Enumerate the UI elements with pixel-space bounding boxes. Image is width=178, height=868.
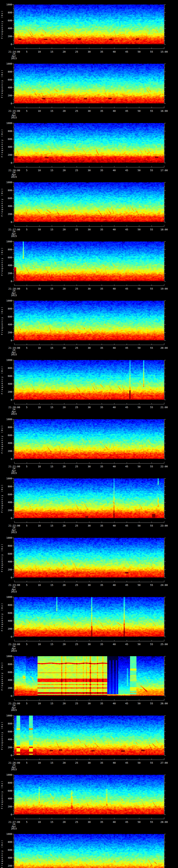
- x-tick-label: 45: [123, 643, 130, 646]
- x-tick-label: 30: [86, 347, 93, 349]
- y-minor-tick-right: [165, 609, 165, 609]
- date-line: 2015: [5, 709, 23, 711]
- x-tick: [64, 284, 64, 286]
- y-major-tick-right: [165, 494, 166, 495]
- x-tick-label: 40: [111, 228, 118, 231]
- y-tick-label: 1000: [4, 714, 12, 717]
- y-minor-tick-right: [165, 253, 165, 254]
- x-tick-label: 15: [48, 51, 55, 53]
- x-tick-label: 40: [111, 702, 118, 705]
- y-tick-label: 200: [4, 331, 12, 334]
- y-tick-label: 0: [4, 162, 12, 164]
- x-tick-label: 50: [136, 821, 143, 823]
- x-tick-label: 50: [136, 524, 143, 527]
- y-major-tick-right: [165, 80, 166, 80]
- spectrogram-panel-21-22-00: Frequency (Hz)0200400600800100021:22:005…: [0, 474, 178, 533]
- x-tick: [14, 343, 14, 345]
- y-tick-label: 400: [4, 560, 12, 563]
- x-tick-label: 20: [60, 51, 68, 53]
- y-major-tick: [12, 538, 14, 538]
- x-tick-label: 25: [73, 762, 80, 764]
- x-tick: [14, 699, 14, 700]
- y-minor-tick-right: [165, 202, 165, 203]
- y-major-tick-right: [165, 123, 166, 123]
- spectrogram-canvas: [14, 656, 164, 696]
- x-axis-line: [14, 819, 164, 819]
- x-tick: [64, 225, 64, 226]
- x-tick: [139, 48, 139, 49]
- y-tick-label: 200: [4, 213, 12, 215]
- y-minor-tick-right: [165, 423, 165, 424]
- y-major-tick: [12, 739, 14, 740]
- x-tick: [27, 166, 27, 167]
- y-major-tick-right: [165, 680, 166, 680]
- y-tick-label: 800: [4, 426, 12, 429]
- y-minor-tick: [13, 455, 14, 455]
- y-tick-label: 200: [4, 94, 12, 97]
- x-tick-label: 30: [86, 762, 93, 764]
- y-tick-label: 0: [4, 695, 12, 697]
- x-tick-label: 50: [136, 287, 143, 290]
- spectrogram-canvas: [14, 834, 164, 868]
- y-major-tick-right: [165, 510, 166, 510]
- y-major-tick-right: [165, 696, 166, 696]
- y-tick-label: 1000: [4, 3, 12, 6]
- y-minor-tick: [13, 506, 14, 506]
- y-minor-tick-right: [165, 514, 165, 515]
- y-minor-tick-right: [165, 159, 165, 159]
- y-major-tick-right: [165, 538, 166, 538]
- y-major-tick: [12, 783, 14, 783]
- y-major-tick-right: [165, 103, 166, 104]
- y-minor-tick-right: [165, 558, 165, 558]
- x-tick-label: 50: [136, 169, 143, 172]
- x-tick-label: 45: [123, 762, 130, 764]
- x-tick-label: 15: [48, 643, 55, 646]
- y-major-tick: [12, 198, 14, 198]
- x-tick-label: 5: [23, 643, 30, 646]
- y-minor-tick: [13, 668, 14, 669]
- spectrogram-panel-21-20-00: Frequency (Hz)0200400600800100021:20:005…: [0, 355, 178, 415]
- x-tick-label: 5: [23, 702, 30, 705]
- x-tick-label: 20: [60, 702, 68, 705]
- y-minor-tick-right: [165, 336, 165, 337]
- x-tick-label: 5: [23, 821, 30, 823]
- spectrogram-panel-21-21-00: Frequency (Hz)0200400600800100021:21:005…: [0, 415, 178, 474]
- y-major-tick: [12, 775, 14, 775]
- spectrogram-canvas: [14, 716, 164, 755]
- x-tick: [14, 640, 14, 641]
- spectrogram-panel-21-27-00: Frequency (Hz)0200400600800100021:27:005…: [0, 770, 178, 830]
- x-tick-label: 10: [36, 169, 43, 172]
- y-axis-title-wrap: Frequency (Hz): [0, 419, 4, 459]
- x-tick-label: 40: [111, 406, 118, 408]
- x-tick-label: 20: [60, 287, 68, 290]
- x-tick: [77, 462, 77, 463]
- x-tick-label: 40: [111, 584, 118, 586]
- y-axis-title: Frequency (Hz): [1, 484, 3, 513]
- spectrogram-canvas: [14, 242, 164, 281]
- x-tick-label: 25: [73, 524, 80, 527]
- x-tick-label: 20: [60, 584, 68, 586]
- spectrogram-panel-21-14-00: Frequency (Hz)0200400600800100021:14:005…: [0, 0, 178, 59]
- x-tick: [139, 166, 139, 167]
- y-tick-label: 600: [4, 789, 12, 792]
- y-tick-label: 800: [4, 841, 12, 843]
- y-tick-label: 0: [4, 813, 12, 816]
- y-major-tick-right: [165, 384, 166, 384]
- x-tick-label: 30: [86, 465, 93, 468]
- y-major-tick-right: [165, 569, 166, 570]
- x-tick: [27, 581, 27, 582]
- y-minor-tick-right: [165, 625, 165, 625]
- x-tick-label: 10: [36, 643, 43, 646]
- y-axis-title: Frequency (Hz): [1, 129, 3, 157]
- x-tick-label: 10: [36, 821, 43, 823]
- y-tick-label: 0: [4, 754, 12, 756]
- x-tick-label: 25: [73, 169, 80, 172]
- y-major-tick-right: [165, 578, 166, 578]
- y-tick-label: 200: [4, 627, 12, 630]
- x-tick-label: 35: [98, 762, 105, 764]
- x-tick: [64, 522, 64, 523]
- y-tick-label: 400: [4, 501, 12, 503]
- y-tick-label: 800: [4, 722, 12, 725]
- spectrogram-canvas: [14, 478, 164, 518]
- y-major-tick-right: [165, 64, 166, 64]
